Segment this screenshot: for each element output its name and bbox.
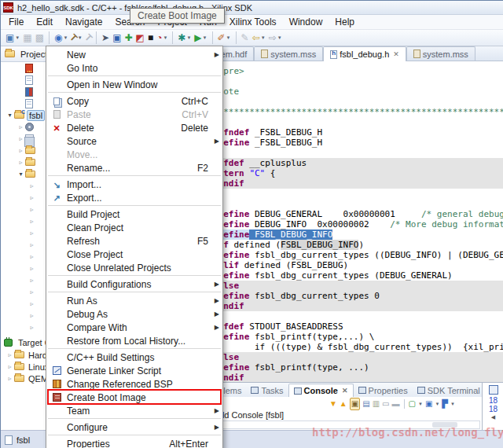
search-wand-button[interactable]: ✐▼ [216,31,233,45]
tree-expand-icon[interactable]: ▹ [6,351,14,358]
launch-config-button[interactable]: ◉▼ [53,31,69,45]
tree-expand-icon[interactable]: ▹ [28,194,36,201]
editor-tab-fsbl-debug-h[interactable]: fsbl_debug.h✕ [323,46,406,61]
tree-expand-icon[interactable]: ▹ [28,206,36,213]
context-menu-item-clean-project[interactable]: Clean Project [46,221,222,234]
tree-expand-icon[interactable]: ▹ [28,253,36,260]
tree-expand-icon[interactable]: ▹ [28,182,36,189]
close-icon[interactable]: ✕ [342,387,348,395]
run-button[interactable]: ▶▼ [193,31,208,45]
tree-expand-icon[interactable]: ▾ [17,171,25,178]
tree-expand-icon[interactable]: ▹ [17,159,25,166]
selected-console-icon[interactable]: ▣ [425,398,432,409]
sdk-terminal-button[interactable]: ■ [146,31,155,45]
context-menu-item-run-as[interactable]: Run As▶ [46,294,222,307]
chevron-down-icon[interactable]: ▼ [261,35,266,40]
remove-launch-icon[interactable]: ▬ [392,398,400,409]
program-flash-button[interactable]: ✚ [123,31,134,45]
open-console-icon[interactable]: ▛ [442,398,448,409]
tree-expand-icon[interactable]: ▹ [28,288,36,296]
display-console-icon[interactable]: ▢ [409,398,416,409]
context-menu-item-close-project[interactable]: Close Project [46,248,222,261]
lock-console-icon[interactable]: ▥ [373,398,380,409]
performance-button[interactable]: ◔▼ [155,31,169,45]
collapsed-side-view[interactable]: 18 18 ◀ [482,382,503,430]
menu-help[interactable]: Help [329,15,361,29]
context-menu-item-configure[interactable]: Configure▶ [46,420,222,434]
scroll-to-end-icon[interactable]: ▼ [329,398,337,409]
menu-navigate[interactable]: Navigate [59,15,108,29]
chevron-down-icon[interactable]: ▼ [15,35,20,40]
pin-console-icon[interactable]: ▤ [362,398,369,409]
console-tab-sdk-terminal[interactable]: SDK Terminal [413,384,485,397]
context-menu-item-move[interactable]: Move... [46,148,222,161]
new-wizard-button[interactable]: ▣▼ [4,31,21,45]
tree-expand-icon[interactable]: ▹ [28,218,36,225]
chevron-down-icon[interactable]: ▼ [203,35,207,40]
context-menu-item-team[interactable]: Team▶ [46,404,222,417]
tree-expand-icon[interactable]: ▹ [28,265,36,272]
code-editor[interactable]: </pre>@note*****************************… [178,61,503,382]
context-menu-item-build-project[interactable]: Build Project [46,207,222,221]
context-menu-item-export[interactable]: Export... [46,191,222,204]
context-menu-item-debug-as[interactable]: Debug As▶ [46,307,222,321]
title-bar[interactable]: SDK h2_hello_sdk.sdk - C/C++ - fsbl/src/… [1,1,503,15]
context-menu-item-import[interactable]: Import... [46,178,222,191]
console-tab-properties[interactable]: Properties [354,384,413,397]
menu-edit[interactable]: Edit [30,15,59,29]
tree-expand-icon[interactable]: ▹ [28,230,36,237]
menu-window[interactable]: Window [283,15,329,29]
scroll-left-icon[interactable]: ◀ [483,414,503,420]
console-tab-tasks[interactable]: Tasks [246,384,288,397]
context-menu-item-copy[interactable]: CopyCtrl+C [46,94,222,108]
show-on-output-icon[interactable]: ▣ [350,398,360,410]
tree-expand-icon[interactable]: ▹ [6,375,14,382]
editor-tab-system-mss[interactable]: system.mss [406,46,475,61]
context-menu-item-paste[interactable]: PasteCtrl+V [46,108,222,121]
xsct-console-button[interactable]: ▣ [111,31,123,45]
select-tool-button[interactable]: ➤ [100,31,111,45]
tree-expand-icon[interactable]: ▹ [6,363,14,370]
program-fpga-button[interactable]: ◩ [134,31,146,45]
tree-expand-icon[interactable]: ▹ [28,312,36,319]
tree-expand-icon[interactable]: ▹ [17,123,25,130]
chevron-down-icon[interactable]: ▼ [163,35,167,40]
build-all-button[interactable]: T [84,31,93,45]
back-button[interactable]: ⇦▼ [251,31,267,45]
context-menu-item-properties[interactable]: PropertiesAlt+Enter [46,437,222,448]
console-tab-console[interactable]: Console✕ [288,384,354,397]
chevron-down-icon[interactable]: ▼ [435,402,439,406]
scroll-to-top-icon[interactable]: ▲ [340,398,347,409]
context-menu-item-compare-with[interactable]: Compare With▶ [46,321,222,334]
tree-expand-icon[interactable]: ▾ [6,112,14,119]
editor-tab-system-mss[interactable]: system.mss [254,46,323,61]
chevron-down-icon[interactable]: ▼ [450,402,455,406]
context-menu-item-source[interactable]: Source▶ [46,134,222,148]
external-tools-button[interactable]: ✱▼ [176,31,193,45]
close-icon[interactable]: ✕ [393,50,399,58]
context-menu-item-refresh[interactable]: RefreshF5 [46,234,222,248]
save-button[interactable]: ▦ [21,31,33,45]
forward-button[interactable]: ⇨▼ [267,31,284,45]
last-edit-button[interactable]: ✎ [240,31,251,45]
menu-xilinx-tools[interactable]: Xilinx Tools [223,15,283,29]
chevron-down-icon[interactable]: ▼ [226,35,231,40]
context-menu-item-restore-from-local-history[interactable]: Restore from Local History... [46,334,222,347]
context-menu-item-build-configurations[interactable]: Build Configurations▶ [46,277,222,291]
context-menu-item-c-c-build-settings[interactable]: C/C++ Build Settings [46,351,222,364]
context-menu-item-new[interactable]: New▶ [46,48,222,61]
chevron-down-icon[interactable]: ▼ [277,35,282,40]
tree-expand-icon[interactable]: ▹ [28,241,36,248]
clear-console-icon[interactable]: ▭ [382,398,389,409]
tree-expand-icon[interactable]: ▹ [28,324,36,331]
context-menu-item-go-into[interactable]: Go Into [46,61,222,75]
save-all-button[interactable]: ▩ [34,31,46,45]
chevron-down-icon[interactable]: ▼ [418,402,423,406]
chevron-down-icon[interactable]: ▼ [186,35,191,40]
tree-expand-icon[interactable]: ▹ [28,300,36,307]
context-menu-item-close-unrelated-projects[interactable]: Close Unrelated Projects [46,261,222,274]
build-button[interactable]: T▼ [69,31,83,45]
tree-expand-icon[interactable]: ▹ [17,147,25,154]
context-menu-item-open-in-new-window[interactable]: Open in New Window [46,78,222,91]
context-menu-item-delete[interactable]: DeleteDelete [46,121,222,134]
